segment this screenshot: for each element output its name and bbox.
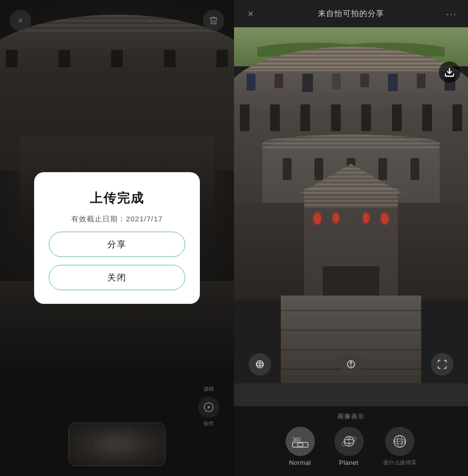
svg-text:360: 360 (292, 437, 301, 442)
compass-view-button[interactable] (340, 353, 362, 376)
normal-mode-label: Normal (289, 459, 311, 466)
header-close-button[interactable]: × (242, 8, 259, 20)
mode-globe[interactable]: 值什么值得买 (383, 427, 417, 466)
right-panel: × 来自怡可拍的分享 ··· (234, 0, 468, 476)
planet-mode-icon[interactable] (334, 427, 364, 456)
download-button[interactable] (439, 61, 460, 83)
modal-title: 上传完成 (90, 190, 144, 207)
right-controls-area: 画像表示 360 Normal (234, 406, 468, 476)
svg-point-11 (297, 443, 303, 447)
rotate-view-button[interactable] (249, 353, 271, 376)
left-panel: × (0, 0, 234, 476)
modal-subtitle: 有效截止日期：2021/7/17 (71, 215, 163, 224)
planet-mode-label: Planet (339, 459, 359, 466)
modal-overlay: 上传完成 有效截止日期：2021/7/17 分享 关闭 (0, 0, 234, 476)
mode-normal[interactable]: 360 Normal (286, 427, 315, 466)
globe-mode-label: 值什么值得买 (383, 459, 417, 466)
normal-mode-icon[interactable]: 360 (286, 427, 315, 456)
upload-complete-modal: 上传完成 有效截止日期：2021/7/17 分享 关闭 (34, 172, 200, 304)
mode-icons-row: 360 Normal (234, 427, 468, 466)
right-header: × 来自怡可拍的分享 ··· (234, 0, 468, 27)
share-button[interactable]: 分享 (49, 232, 185, 257)
globe-mode-icon[interactable] (385, 427, 414, 456)
header-more-button[interactable]: ··· (443, 8, 460, 20)
panorama-image-area[interactable] (234, 27, 468, 383)
close-modal-button[interactable]: 关闭 (49, 265, 185, 290)
fullscreen-button[interactable] (431, 353, 453, 376)
mode-planet[interactable]: Planet (334, 427, 364, 466)
header-title: 来自怡可拍的分享 (259, 9, 443, 19)
controls-label: 画像表示 (337, 412, 365, 421)
